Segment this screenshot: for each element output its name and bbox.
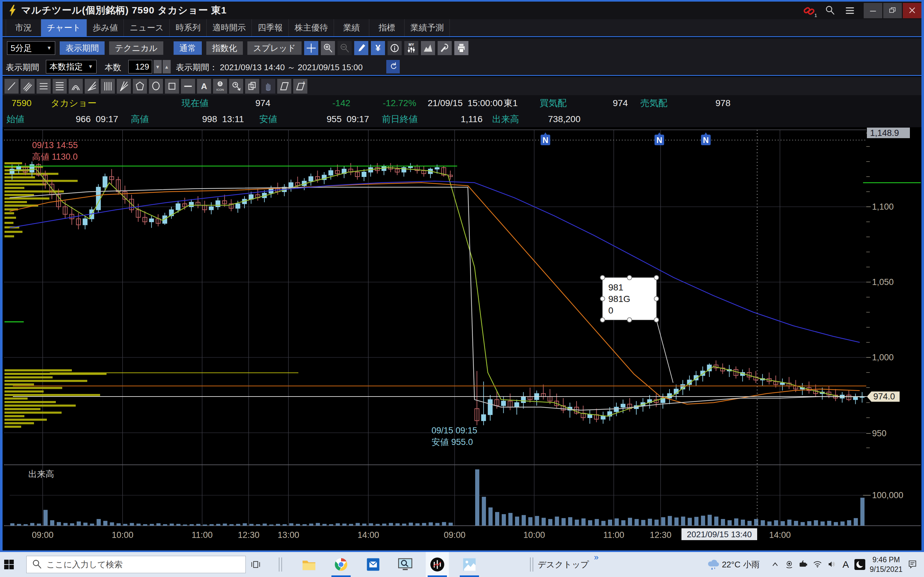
reset-range-button[interactable] — [386, 60, 400, 73]
note-selection-handle[interactable] — [600, 297, 605, 301]
toolbar-button-スプレッド[interactable]: スプレッド — [247, 41, 302, 55]
price-volume-chart[interactable]: NNN1,148.91,1001,0501,000950974.0100,000… — [0, 127, 924, 550]
count-increase-button[interactable]: ▲ — [163, 60, 171, 73]
yen-icon[interactable]: ¥ — [371, 41, 385, 55]
news-marker[interactable]: N — [654, 132, 664, 145]
wrench-icon[interactable] — [438, 41, 452, 55]
trading-app-icon[interactable] — [426, 552, 449, 577]
close-button[interactable] — [903, 3, 921, 18]
segment-icon[interactable] — [181, 79, 195, 93]
photos-icon[interactable] — [458, 552, 481, 577]
zoom-in-icon[interactable] — [321, 41, 335, 55]
note-selection-handle[interactable] — [600, 318, 605, 322]
ellipse-icon[interactable] — [149, 79, 163, 93]
search-icon[interactable] — [823, 3, 837, 18]
taskbar-clock[interactable]: 9:46 PM 9/15/2021 — [867, 555, 905, 574]
start-button[interactable] — [0, 552, 18, 577]
range-mode-select[interactable]: 本数指定▼ — [46, 60, 97, 73]
bar-count-input[interactable]: 129 — [128, 60, 152, 73]
angle-lines-icon[interactable] — [117, 79, 131, 93]
tab-四季報[interactable]: 四季報 — [252, 19, 289, 36]
toolbar-button-表示期間[interactable]: 表示期間 — [60, 41, 105, 55]
arc-icon[interactable] — [69, 79, 83, 93]
parallel-line-icon[interactable] — [21, 79, 35, 93]
weather-temp[interactable]: 22°C — [722, 560, 740, 570]
chevron-up-icon[interactable] — [768, 555, 782, 574]
toolbar-button-テクニカル[interactable]: テクニカル — [109, 41, 163, 55]
mail-icon[interactable] — [362, 552, 384, 577]
polygon-icon[interactable] — [133, 79, 147, 93]
trendline-icon[interactable] — [5, 79, 19, 93]
news-marker[interactable]: N — [541, 132, 550, 145]
note-selection-handle[interactable] — [654, 297, 659, 301]
tab-業績予測[interactable]: 業績予測 — [405, 19, 450, 36]
text-icon[interactable]: A — [197, 79, 211, 93]
tab-ニュース[interactable]: ニュース — [124, 19, 170, 36]
note-box[interactable]: 981981G0 — [603, 277, 656, 320]
crosshair-icon[interactable] — [304, 41, 318, 55]
quote-bid: 974 — [613, 95, 628, 111]
pencil-icon[interactable] — [354, 41, 368, 55]
stamp-icon[interactable]: ICON — [213, 79, 227, 93]
desktop-toolbar-label[interactable]: デスクトップ — [538, 559, 589, 570]
desktop-toolbar-handle[interactable] — [533, 558, 533, 572]
volume-profile-bar — [5, 419, 47, 421]
fan-icon[interactable] — [85, 79, 99, 93]
time-cycle-icon[interactable] — [229, 79, 243, 93]
note-selection-handle[interactable] — [654, 318, 659, 322]
ime-mode-a[interactable]: A — [838, 555, 853, 574]
notification-center-icon[interactable] — [905, 555, 919, 574]
camera-icon[interactable] — [782, 555, 796, 574]
tab-市況[interactable]: 市況 — [6, 19, 41, 36]
weather-desc[interactable]: 小雨 — [743, 559, 760, 570]
note-selection-handle[interactable] — [600, 276, 605, 280]
zoom-out-icon[interactable] — [338, 41, 352, 55]
price-axis-label: 1,100 — [872, 202, 894, 211]
speaker-icon[interactable] — [825, 555, 838, 574]
toolbar-button-通常[interactable]: 通常 — [174, 41, 202, 55]
tab-適時開示[interactable]: 適時開示 — [207, 19, 252, 36]
toolbar-button-指数化[interactable]: 指数化 — [206, 41, 243, 55]
tab-業績[interactable]: 業績 — [334, 19, 369, 36]
note-selection-handle[interactable] — [627, 276, 632, 280]
task-view-button[interactable] — [246, 552, 265, 577]
tab-チャート[interactable]: チャート — [41, 19, 87, 36]
copy-icon[interactable] — [245, 79, 259, 93]
price-axis-label: 950 — [872, 429, 887, 438]
my-settings-icon[interactable]: MY — [404, 41, 418, 55]
eraser-all-icon[interactable]: A — [293, 79, 307, 93]
restore-button[interactable] — [883, 3, 902, 18]
rectangle-icon[interactable] — [165, 79, 179, 93]
histogram-icon[interactable] — [421, 41, 435, 55]
quad-lines-icon[interactable] — [53, 79, 67, 93]
pc-search-icon[interactable] — [394, 552, 417, 577]
link-icon[interactable]: 1 — [803, 3, 817, 18]
news-marker[interactable]: N — [701, 132, 711, 145]
vertical-lines-icon[interactable] — [101, 79, 115, 93]
drag-icon[interactable] — [261, 79, 275, 93]
wifi-icon[interactable] — [811, 555, 825, 574]
minimize-button[interactable] — [864, 3, 882, 18]
fib-lines-icon[interactable] — [37, 79, 51, 93]
eraser-icon[interactable] — [277, 79, 291, 93]
tab-時系列[interactable]: 時系列 — [170, 19, 207, 36]
chart-area[interactable]: NNN1,148.91,1001,0501,000950974.0100,000… — [0, 127, 924, 550]
tab-指標[interactable]: 指標 — [369, 19, 405, 36]
weather-icon[interactable] — [705, 555, 722, 574]
timeframe-select[interactable]: 5分足▼ — [7, 41, 55, 55]
note-selection-handle[interactable] — [627, 318, 632, 322]
chrome-icon[interactable] — [330, 552, 352, 577]
tab-歩み値[interactable]: 歩み値 — [87, 19, 124, 36]
tab-株主優待[interactable]: 株主優待 — [289, 19, 334, 36]
taskbar-search-input[interactable]: ここに入力して検索 — [26, 556, 246, 573]
info-icon[interactable] — [388, 41, 402, 55]
ime-moon-icon[interactable] — [853, 555, 867, 574]
explorer-icon[interactable] — [297, 552, 320, 577]
menu-icon[interactable] — [843, 3, 857, 18]
printer-icon[interactable] — [454, 41, 468, 55]
count-decrease-button[interactable]: ▼ — [153, 60, 162, 73]
desktop-toolbar-handle[interactable] — [530, 558, 531, 572]
battery-icon[interactable] — [796, 555, 811, 574]
desktop-toolbar-expand[interactable]: » — [594, 552, 598, 562]
note-selection-handle[interactable] — [654, 276, 659, 280]
